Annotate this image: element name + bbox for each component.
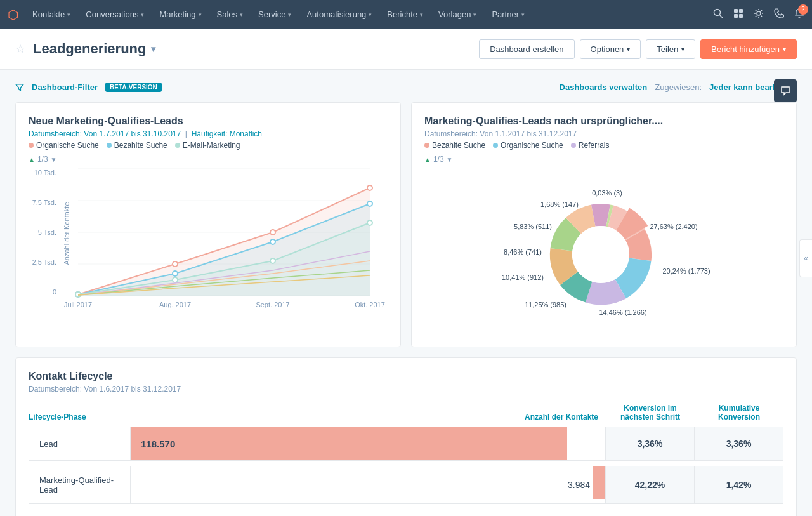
nav-item-berichte[interactable]: Berichte ▾ [381,0,429,29]
y-axis-label: Anzahl der Kontakte [63,202,70,265]
svg-text:14,46% (1.266): 14,46% (1.266) [599,308,646,316]
svg-text:8,46% (741): 8,46% (741) [504,248,542,256]
svg-rect-3 [739,9,743,13]
svg-text:20,24% (1.773): 20,24% (1.773) [662,267,710,275]
legend-dot-email [175,143,180,148]
line-chart-area: Anzahl der Kontakte [60,169,388,298]
card2-legend: Bezahlte Suche Organische Suche Referral… [424,141,783,150]
marketplace-icon[interactable] [733,8,743,21]
svg-rect-4 [734,14,738,18]
svg-point-31 [572,226,629,283]
options-button[interactable]: Optionen ▾ [580,39,641,59]
notification-badge: 2 [798,4,808,15]
search-icon[interactable] [713,8,723,21]
nav-item-vorlagen[interactable]: Vorlagen ▾ [432,0,483,29]
card1-pagination: ▲ 1/3 ▼ [29,155,388,164]
svg-point-25 [270,258,275,263]
favorite-star-icon[interactable]: ☆ [15,42,25,56]
y-tick-1: 2,5 Tsd. [32,258,56,266]
notifications-icon[interactable]: 2 [794,8,804,21]
y-tick-4: 10 Tsd. [34,169,56,176]
card2-subtitle: Datumsbereich: Von 1.1.2017 bis 31.12.20… [424,129,783,138]
phone-icon[interactable] [774,8,784,21]
pagination-down2-icon: ▼ [447,156,453,163]
marketing-leads-source-card: Marketing-Qualifies-Leads nach ursprüngl… [411,102,797,347]
lifecycle-row-lead: Lead 118.570 3,36% 3,36% [29,427,783,461]
chat-button[interactable] [774,79,797,102]
nav-item-conversations[interactable]: Conversations ▾ [79,0,150,29]
svg-point-14 [173,261,178,267]
nav-item-service[interactable]: Service ▾ [252,0,298,29]
chevron-icon: ▾ [473,11,476,18]
manage-dashboards-link[interactable]: Dashboards verwalten [560,83,648,92]
legend-dot-paid2 [424,143,429,148]
svg-point-0 [714,9,721,15]
legend-item-paid: Bezahlte Suche [107,141,167,150]
y-tick-3: 7,5 Tsd. [32,199,56,206]
svg-point-6 [757,11,761,15]
title-dropdown-icon[interactable]: ▾ [151,44,155,54]
dashboard-filter-label[interactable]: Dashboard-Filter [32,83,98,92]
col-header-phase: Lifecycle-Phase [29,413,130,421]
svg-text:27,63% (2.420): 27,63% (2.420) [650,223,697,230]
svg-text:Okt. 2017: Okt. 2017 [355,301,385,308]
lifecycle-phase-mql: Marketing-Qualified-Lead [29,466,131,503]
donut-segments [550,204,652,305]
add-report-chevron-icon: ▾ [783,46,786,53]
chevron-icon: ▾ [141,11,144,18]
hubspot-logo[interactable]: ⬡ [8,7,18,22]
svg-rect-2 [734,9,738,13]
legend-dot-paid [107,143,112,148]
svg-point-19 [173,271,178,276]
card1-frequency[interactable]: Häufigkeit: Monatlich [192,129,262,138]
svg-point-16 [367,185,372,190]
filter-bar: Dashboard-Filter BETA-VERSION Dashboards… [15,83,797,92]
svg-rect-5 [739,14,743,18]
pagination-up-icon: ▲ [29,156,35,163]
nav-item-partner[interactable]: Partner ▾ [485,0,531,29]
add-report-button[interactable]: Bericht hinzufügen ▾ [700,39,797,59]
nav-item-kontakte[interactable]: Kontakte ▾ [26,0,77,29]
card1-subtitle: Datumsbereich: Von 1.7.2017 bis 31.10.20… [29,129,388,138]
header-actions: Dashboard erstellen Optionen ▾ Teilen ▾ … [479,39,797,59]
filter-icon [15,83,24,92]
legend-paid: Bezahlte Suche [424,141,485,150]
legend-item-organic: Organische Suche [29,141,99,150]
chevron-icon: ▾ [369,11,372,18]
nav-item-marketing[interactable]: Marketing ▾ [153,0,207,29]
lifecycle-value-lead: 118.570 [141,439,175,449]
svg-text:1,68% (147): 1,68% (147) [540,201,579,208]
legend-organic2: Organische Suche [493,141,563,150]
share-button[interactable]: Teilen ▾ [646,39,695,59]
svg-text:0,03% (3): 0,03% (3) [592,189,622,197]
line-chart-wrapper: 10 Tsd. 7,5 Tsd. 5 Tsd. 2,5 Tsd. 0 Anzah… [29,169,388,298]
create-dashboard-button[interactable]: Dashboard erstellen [479,39,574,59]
pagination-down-icon: ▼ [51,156,57,163]
y-tick-2: 5 Tsd. [38,228,56,236]
collapse-chevron-icon: « [804,254,808,263]
main-content: Dashboard-Filter BETA-VERSION Dashboards… [0,70,812,516]
lifecycle-bar-fill-lead: 118.570 [131,427,567,460]
collapse-handle[interactable]: « [799,239,812,277]
nav-icon-group: 2 [713,8,804,21]
y-tick-0: 0 [53,288,56,296]
page-header: ☆ Leadgenerierung ▾ Dashboard erstellen … [0,29,812,70]
chevron-icon: ▾ [240,11,243,18]
share-chevron-icon: ▾ [681,46,684,53]
legend-referrals: Referrals [571,141,610,150]
dashboard-grid: Neue Marketing-Qualifies-Leads Datumsber… [15,102,797,347]
lifecycle-bar-mql: 3.984 [131,466,605,503]
lifecycle-title: Kontakt Lifecycle [29,371,783,382]
line-chart-svg: Juli 2017 Aug. 2017 Sept. 2017 Okt. 2017 [60,169,388,296]
nav-item-sales[interactable]: Sales ▾ [211,0,250,29]
svg-text:5,83% (511): 5,83% (511) [514,223,552,230]
lifecycle-value-mql: 3.984 [568,480,590,490]
lifecycle-conversion-lead: 3,36% [605,427,694,460]
nav-item-automatisierung[interactable]: Automatisierung ▾ [300,0,378,29]
chevron-icon: ▾ [199,11,202,18]
chevron-icon: ▾ [420,11,423,18]
legend-item-email: E-Mail-Marketing [175,141,240,150]
settings-icon[interactable] [754,8,764,21]
svg-point-24 [173,277,178,282]
chevron-icon: ▾ [521,11,525,18]
